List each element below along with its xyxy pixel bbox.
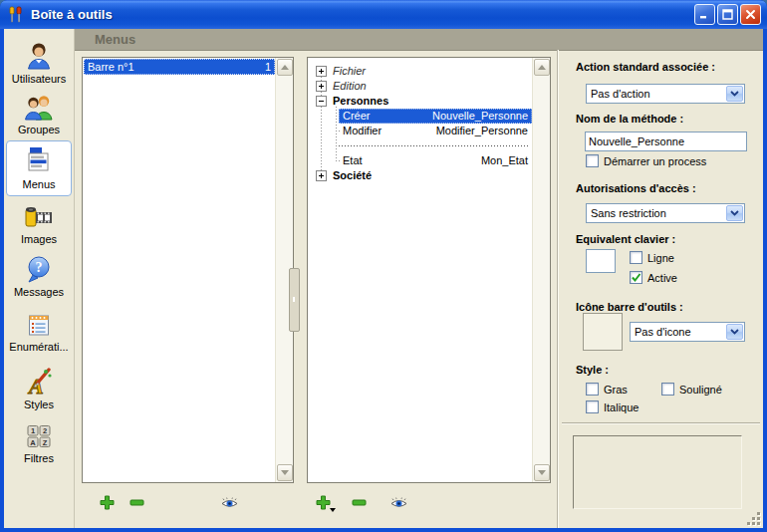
sidebar-item-menus[interactable]: Menus [6, 140, 72, 196]
tree-rows: Fichier Edition Personnes Créer Nouvelle… [309, 59, 532, 481]
svg-text:Z: Z [43, 438, 48, 447]
active-checkbox[interactable] [630, 271, 642, 284]
sidebar-item-enumerations[interactable]: Enumérati... [6, 312, 72, 353]
tree-row[interactable]: Edition [309, 79, 532, 94]
add-bar-button[interactable] [98, 493, 116, 511]
combo-arrow-button[interactable] [726, 324, 743, 340]
ligne-checkbox[interactable] [630, 251, 642, 264]
method-label: Nom de la méthode : [576, 113, 683, 125]
sidebar: Utilisateurs Groupes [4, 29, 75, 528]
chevron-down-icon [730, 91, 739, 97]
menu-icon [7, 145, 71, 177]
remove-menu-item-button[interactable] [350, 493, 368, 511]
titlebar: Boîte à outils [0, 0, 767, 29]
action-select[interactable]: Pas d'action [586, 84, 745, 104]
expander-icon[interactable] [316, 96, 327, 107]
tree-row[interactable]: Etat Mon_Etat [309, 153, 532, 168]
plus-icon [316, 495, 331, 510]
add-menu-dropdown-caret[interactable] [330, 508, 336, 512]
bold-checkbox[interactable] [586, 383, 599, 396]
window-body: Utilisateurs Groupes [4, 29, 763, 528]
scroll-down-button[interactable] [277, 464, 293, 481]
maximize-button[interactable] [717, 4, 738, 25]
minimize-button[interactable] [694, 4, 715, 25]
italic-checkbox[interactable] [586, 400, 599, 413]
menu-separator [339, 145, 530, 146]
chevron-down-icon [730, 210, 739, 216]
process-checkbox[interactable] [586, 154, 599, 167]
sidebar-item-messages[interactable]: ? Messages [6, 256, 72, 298]
minimize-icon [699, 9, 710, 20]
minus-icon [129, 499, 144, 506]
combo-arrow-button[interactable] [726, 86, 743, 102]
menu-bars-list: Barre n°1 1 [82, 57, 294, 483]
menu-tree: Fichier Edition Personnes Créer Nouvelle… [307, 57, 551, 483]
list-item-label: Barre n°1 [88, 59, 134, 75]
sidebar-item-label: Messages [6, 286, 72, 298]
method-input[interactable] [585, 132, 747, 151]
sidebar-item-styles[interactable]: A Styles [6, 368, 72, 410]
resize-grip[interactable] [746, 511, 760, 525]
shortcut-input[interactable] [586, 249, 616, 273]
sidebar-item-filtres[interactable]: 12AZ Filtres [6, 423, 72, 464]
chevron-down-icon [538, 470, 546, 475]
toolbar-icon-preview [583, 313, 623, 351]
underline-checkbox[interactable] [661, 383, 674, 396]
list-item-value: 1 [265, 59, 271, 75]
svg-text:1: 1 [31, 426, 35, 435]
view-menu-button[interactable] [389, 494, 407, 512]
toolbox-window: Boîte à outils [0, 0, 767, 532]
view-bar-button[interactable] [220, 494, 238, 512]
main-area: Menus Barre n°1 1 [75, 29, 763, 528]
close-button[interactable] [740, 4, 761, 25]
bold-checkbox-label: Gras [604, 384, 628, 396]
properties-separator [557, 50, 558, 528]
minus-icon [352, 499, 367, 506]
plus-icon [100, 495, 115, 510]
process-checkbox-label: Démarrer un process [604, 155, 706, 167]
expander-icon[interactable] [316, 81, 327, 92]
sidebar-item-images[interactable]: Images [6, 204, 72, 245]
icon-select[interactable]: Pas d'icone [630, 322, 745, 342]
style-label: Style : [576, 364, 609, 376]
app-icon [6, 5, 26, 25]
panel-splitter[interactable] [289, 268, 300, 332]
keys-icon: 12AZ [6, 423, 72, 451]
check-icon [631, 272, 641, 283]
group-icon [6, 95, 72, 123]
chevron-down-icon [730, 329, 739, 335]
tree-row[interactable]: Modifier Modifier_Personne [309, 124, 532, 138]
shortcut-label: Equivalent clavier : [576, 233, 675, 245]
sidebar-item-label: Groupes [6, 124, 72, 135]
scroll-down-button[interactable] [534, 464, 550, 481]
svg-text:A: A [30, 438, 36, 447]
chevron-up-icon [281, 65, 289, 70]
expander-icon[interactable] [316, 66, 327, 77]
remove-bar-button[interactable] [128, 493, 145, 511]
scroll-up-button[interactable] [534, 59, 550, 76]
access-select[interactable]: Sans restriction [586, 203, 745, 223]
italic-checkbox-label: Italique [604, 401, 639, 413]
section-title: Menus [95, 32, 135, 47]
action-label: Action standard associée : [576, 61, 715, 73]
expander-icon[interactable] [316, 170, 327, 181]
question-bubble-icon: ? [6, 256, 72, 285]
sidebar-item-utilisateurs[interactable]: Utilisateurs [6, 42, 72, 85]
tree-row[interactable]: Personnes [309, 94, 532, 109]
tree-row[interactable]: Société [309, 168, 532, 183]
tree-row[interactable]: Fichier [309, 64, 532, 79]
svg-text:?: ? [36, 260, 43, 275]
scroll-up-button[interactable] [277, 59, 293, 76]
access-label: Autorisations d'accès : [576, 182, 696, 194]
sidebar-item-label: Utilisateurs [6, 73, 72, 85]
tree-row-selected[interactable]: Créer Nouvelle_Personne [339, 109, 532, 124]
sidebar-item-groupes[interactable]: Groupes [6, 95, 72, 135]
tree-row-separator[interactable] [309, 138, 532, 153]
list-item-selected[interactable]: Barre n°1 1 [84, 59, 275, 75]
tree-row[interactable]: Créer Nouvelle_Personne [309, 109, 532, 124]
preview-separator [562, 422, 760, 423]
combo-arrow-button[interactable] [726, 205, 743, 221]
eye-icon [390, 497, 407, 509]
tree-scrollbar[interactable] [532, 58, 550, 482]
toolbar-icon-label: Icône barre d'outils : [576, 301, 683, 313]
